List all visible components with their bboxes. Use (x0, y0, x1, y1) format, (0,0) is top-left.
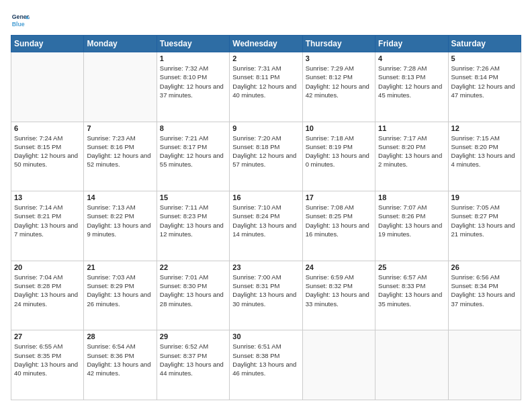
day-info: Sunrise: 7:08 AM Sunset: 8:25 PM Dayligh… (306, 203, 372, 238)
day-number: 15 (160, 193, 226, 201)
day-info: Sunrise: 7:05 AM Sunset: 8:27 PM Dayligh… (451, 203, 518, 238)
day-cell: 28Sunrise: 6:54 AM Sunset: 8:36 PM Dayli… (84, 330, 157, 400)
day-info: Sunrise: 7:32 AM Sunset: 8:10 PM Dayligh… (160, 64, 226, 99)
day-info: Sunrise: 7:14 AM Sunset: 8:21 PM Dayligh… (14, 203, 81, 238)
day-info: Sunrise: 6:55 AM Sunset: 8:35 PM Dayligh… (14, 342, 81, 377)
day-cell: 16Sunrise: 7:10 AM Sunset: 8:24 PM Dayli… (230, 191, 302, 261)
day-info: Sunrise: 6:54 AM Sunset: 8:36 PM Dayligh… (87, 342, 153, 377)
weekday-header-tuesday: Tuesday (157, 36, 229, 52)
day-number: 12 (451, 124, 518, 132)
day-cell: 9Sunrise: 7:20 AM Sunset: 8:18 PM Daylig… (230, 122, 302, 191)
day-cell: 14Sunrise: 7:13 AM Sunset: 8:22 PM Dayli… (84, 191, 157, 261)
day-cell: 22Sunrise: 7:01 AM Sunset: 8:30 PM Dayli… (157, 261, 229, 330)
day-info: Sunrise: 7:01 AM Sunset: 8:30 PM Dayligh… (160, 273, 226, 308)
day-number: 24 (306, 263, 372, 271)
week-row-5: 27Sunrise: 6:55 AM Sunset: 8:35 PM Dayli… (11, 330, 521, 400)
day-info: Sunrise: 6:57 AM Sunset: 8:33 PM Dayligh… (378, 273, 445, 308)
day-info: Sunrise: 7:17 AM Sunset: 8:20 PM Dayligh… (378, 134, 445, 169)
day-cell (302, 330, 375, 400)
day-number: 22 (160, 263, 226, 271)
day-number: 7 (87, 124, 153, 132)
day-cell: 10Sunrise: 7:18 AM Sunset: 8:19 PM Dayli… (302, 122, 375, 191)
day-number: 14 (87, 193, 153, 201)
day-number: 29 (160, 332, 226, 340)
weekday-header-saturday: Saturday (448, 36, 521, 52)
day-cell: 15Sunrise: 7:11 AM Sunset: 8:23 PM Dayli… (157, 191, 229, 261)
day-info: Sunrise: 7:28 AM Sunset: 8:13 PM Dayligh… (378, 64, 445, 99)
day-number: 17 (306, 193, 372, 201)
day-cell: 17Sunrise: 7:08 AM Sunset: 8:25 PM Dayli… (302, 191, 375, 261)
day-number: 20 (14, 263, 81, 271)
day-cell: 30Sunrise: 6:51 AM Sunset: 8:38 PM Dayli… (230, 330, 302, 400)
day-info: Sunrise: 7:18 AM Sunset: 8:19 PM Dayligh… (306, 134, 372, 169)
day-info: Sunrise: 7:03 AM Sunset: 8:29 PM Dayligh… (87, 273, 153, 308)
day-cell: 27Sunrise: 6:55 AM Sunset: 8:35 PM Dayli… (11, 330, 84, 400)
day-info: Sunrise: 7:26 AM Sunset: 8:14 PM Dayligh… (451, 64, 518, 99)
day-cell: 24Sunrise: 6:59 AM Sunset: 8:32 PM Dayli… (302, 261, 375, 330)
day-number: 28 (87, 332, 153, 340)
day-info: Sunrise: 7:31 AM Sunset: 8:11 PM Dayligh… (232, 64, 299, 99)
day-cell: 25Sunrise: 6:57 AM Sunset: 8:33 PM Dayli… (375, 261, 448, 330)
day-cell: 12Sunrise: 7:15 AM Sunset: 8:20 PM Dayli… (448, 122, 521, 191)
day-cell: 6Sunrise: 7:24 AM Sunset: 8:15 PM Daylig… (11, 122, 84, 191)
weekday-header-friday: Friday (375, 36, 448, 52)
calendar-table: SundayMondayTuesdayWednesdayThursdayFrid… (11, 35, 521, 400)
day-info: Sunrise: 6:51 AM Sunset: 8:38 PM Dayligh… (232, 342, 299, 377)
day-cell: 1Sunrise: 7:32 AM Sunset: 8:10 PM Daylig… (157, 52, 229, 122)
day-cell: 29Sunrise: 6:52 AM Sunset: 8:37 PM Dayli… (157, 330, 229, 400)
day-info: Sunrise: 7:23 AM Sunset: 8:16 PM Dayligh… (87, 134, 153, 169)
day-cell: 11Sunrise: 7:17 AM Sunset: 8:20 PM Dayli… (375, 122, 448, 191)
day-cell (11, 52, 84, 122)
day-number: 13 (14, 193, 81, 201)
logo: General Blue (11, 11, 32, 30)
day-info: Sunrise: 7:21 AM Sunset: 8:17 PM Dayligh… (160, 134, 226, 169)
day-cell: 20Sunrise: 7:04 AM Sunset: 8:28 PM Dayli… (11, 261, 84, 330)
week-row-2: 6Sunrise: 7:24 AM Sunset: 8:15 PM Daylig… (11, 122, 521, 191)
day-cell: 23Sunrise: 7:00 AM Sunset: 8:31 PM Dayli… (230, 261, 302, 330)
weekday-header-thursday: Thursday (302, 36, 375, 52)
day-number: 26 (451, 263, 518, 271)
day-info: Sunrise: 7:20 AM Sunset: 8:18 PM Dayligh… (232, 134, 299, 169)
day-cell: 5Sunrise: 7:26 AM Sunset: 8:14 PM Daylig… (448, 52, 521, 122)
day-cell: 7Sunrise: 7:23 AM Sunset: 8:16 PM Daylig… (84, 122, 157, 191)
weekday-header-monday: Monday (84, 36, 157, 52)
weekday-header-wednesday: Wednesday (230, 36, 302, 52)
day-number: 19 (451, 193, 518, 201)
day-info: Sunrise: 7:10 AM Sunset: 8:24 PM Dayligh… (232, 203, 299, 238)
day-number: 10 (306, 124, 372, 132)
day-number: 18 (378, 193, 445, 201)
day-number: 25 (378, 263, 445, 271)
day-info: Sunrise: 7:07 AM Sunset: 8:26 PM Dayligh… (378, 203, 445, 238)
day-cell: 19Sunrise: 7:05 AM Sunset: 8:27 PM Dayli… (448, 191, 521, 261)
weekday-header-row: SundayMondayTuesdayWednesdayThursdayFrid… (11, 36, 521, 52)
day-number: 30 (232, 332, 299, 340)
day-number: 5 (451, 54, 518, 62)
day-info: Sunrise: 7:13 AM Sunset: 8:22 PM Dayligh… (87, 203, 153, 238)
day-info: Sunrise: 7:04 AM Sunset: 8:28 PM Dayligh… (14, 273, 81, 308)
day-info: Sunrise: 7:11 AM Sunset: 8:23 PM Dayligh… (160, 203, 226, 238)
day-cell: 26Sunrise: 6:56 AM Sunset: 8:34 PM Dayli… (448, 261, 521, 330)
week-row-4: 20Sunrise: 7:04 AM Sunset: 8:28 PM Dayli… (11, 261, 521, 330)
day-number: 8 (160, 124, 226, 132)
day-number: 23 (232, 263, 299, 271)
day-cell (375, 330, 448, 400)
day-number: 9 (232, 124, 299, 132)
day-number: 2 (232, 54, 299, 62)
day-info: Sunrise: 6:52 AM Sunset: 8:37 PM Dayligh… (160, 342, 226, 377)
day-info: Sunrise: 7:00 AM Sunset: 8:31 PM Dayligh… (232, 273, 299, 308)
week-row-3: 13Sunrise: 7:14 AM Sunset: 8:21 PM Dayli… (11, 191, 521, 261)
day-info: Sunrise: 7:15 AM Sunset: 8:20 PM Dayligh… (451, 134, 518, 169)
day-info: Sunrise: 7:24 AM Sunset: 8:15 PM Dayligh… (14, 134, 81, 169)
day-number: 11 (378, 124, 445, 132)
weekday-header-sunday: Sunday (11, 36, 84, 52)
day-cell: 8Sunrise: 7:21 AM Sunset: 8:17 PM Daylig… (157, 122, 229, 191)
day-number: 27 (14, 332, 81, 340)
day-cell: 21Sunrise: 7:03 AM Sunset: 8:29 PM Dayli… (84, 261, 157, 330)
page: General Blue SundayMondayTuesdayWednesda… (0, 0, 532, 411)
svg-text:Blue: Blue (12, 21, 25, 28)
week-row-1: 1Sunrise: 7:32 AM Sunset: 8:10 PM Daylig… (11, 52, 521, 122)
day-cell: 18Sunrise: 7:07 AM Sunset: 8:26 PM Dayli… (375, 191, 448, 261)
header: General Blue (11, 11, 521, 30)
day-number: 16 (232, 193, 299, 201)
day-number: 1 (160, 54, 226, 62)
